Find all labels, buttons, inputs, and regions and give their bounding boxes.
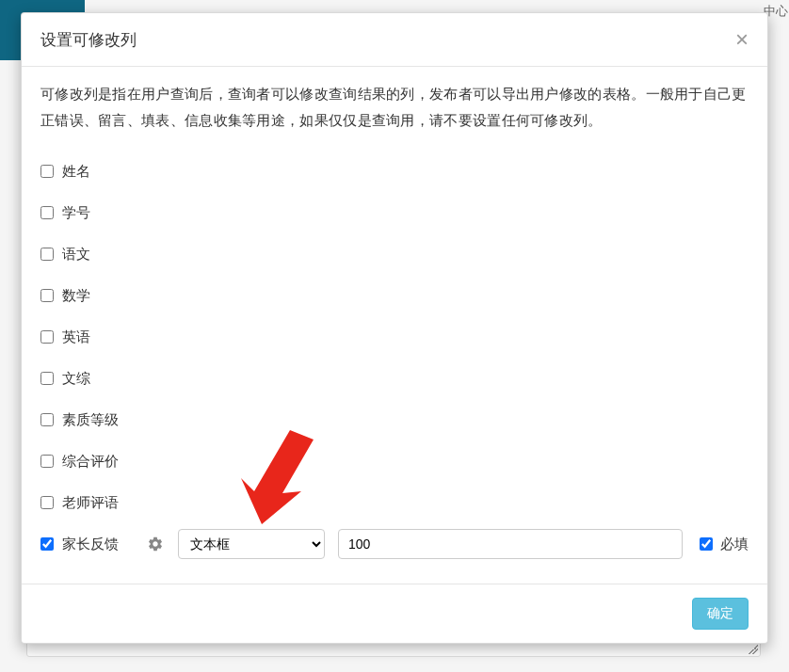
column-checkbox-parent-feedback[interactable] [40,537,54,551]
column-row-evaluation: 综合评价 [40,440,749,482]
column-checkbox-name[interactable] [40,165,54,178]
column-row-comprehensive: 文综 [40,358,749,399]
column-label-parent-feedback[interactable]: 家长反馈 [62,536,119,553]
column-row-chinese: 语文 [40,233,749,275]
row-controls: 文本框 必填 [146,529,749,559]
column-checkbox-math[interactable] [40,289,54,302]
column-row-teacher-comment: 老师评语 [40,482,749,523]
column-checkbox-comprehensive[interactable] [40,372,54,385]
required-group: 必填 [700,536,749,553]
column-row-name: 姓名 [40,151,749,192]
confirm-button[interactable]: 确定 [692,598,749,630]
column-checkbox-teacher-comment[interactable] [40,496,54,509]
column-checkbox-evaluation[interactable] [40,455,54,468]
gear-icon[interactable] [146,535,165,553]
column-label-evaluation[interactable]: 综合评价 [62,453,119,471]
required-label[interactable]: 必填 [720,536,749,553]
column-label-english[interactable]: 英语 [62,328,90,346]
column-label-quality[interactable]: 素质等级 [62,411,119,429]
column-label-id[interactable]: 学号 [62,204,90,222]
modal-footer: 确定 [22,584,767,643]
column-row-id: 学号 [40,192,749,233]
column-checkbox-id[interactable] [40,206,54,219]
column-row-math: 数学 [40,275,749,316]
column-checkbox-english[interactable] [40,330,54,344]
field-length-input[interactable] [338,529,683,559]
column-label-teacher-comment[interactable]: 老师评语 [62,494,119,512]
column-row-english: 英语 [40,316,749,358]
column-row-quality: 素质等级 [40,399,749,440]
modal-dialog: 设置可修改列 × 可修改列是指在用户查询后，查询者可以修改查询结果的列，发布者可… [21,12,768,644]
column-label-name[interactable]: 姓名 [62,163,90,181]
modal-description: 可修改列是指在用户查询后，查询者可以修改查询结果的列，发布者可以导出用户修改的表… [40,82,749,134]
column-checkbox-chinese[interactable] [40,248,54,261]
field-type-select[interactable]: 文本框 [178,529,325,559]
close-button[interactable]: × [735,28,749,51]
column-label-comprehensive[interactable]: 文综 [62,370,90,388]
modal-title: 设置可修改列 [40,29,137,51]
column-row-parent-feedback: 家长反馈 文本框 必填 [40,523,749,565]
modal-body: 可修改列是指在用户查询后，查询者可以修改查询结果的列，发布者可以导出用户修改的表… [22,67,767,584]
column-checkbox-quality[interactable] [40,413,54,426]
required-checkbox[interactable] [700,537,713,551]
column-label-chinese[interactable]: 语文 [62,246,90,264]
column-label-math[interactable]: 数学 [62,287,90,305]
modal-header: 设置可修改列 × [22,13,767,66]
